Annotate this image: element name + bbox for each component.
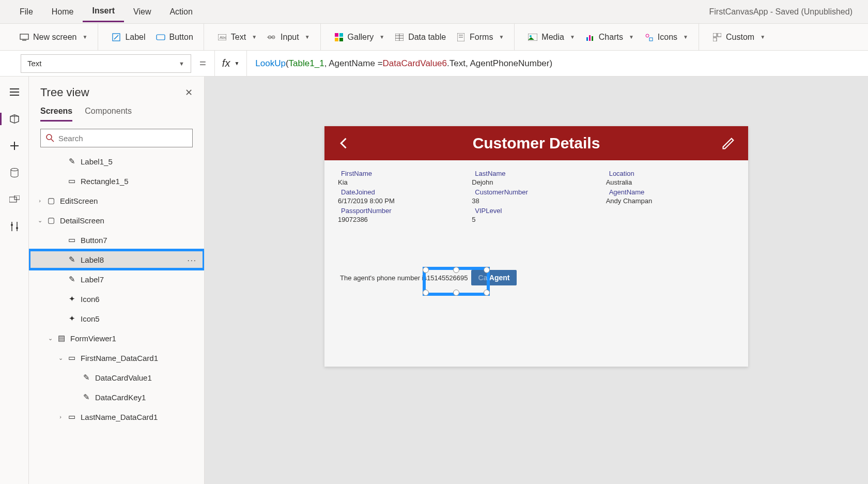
gallery-dropdown[interactable]: Gallery ▼ (329, 29, 390, 45)
call-agent-button[interactable]: Ca Agent (471, 270, 517, 285)
tree-node-detailscreen[interactable]: ⌄▢DetailScreen (29, 210, 204, 230)
input-dropdown[interactable]: Input ▼ (262, 29, 315, 45)
tree-node-lastname-datacard[interactable]: ›▭LastName_DataCard1 (29, 407, 204, 427)
svg-point-43 (16, 227, 18, 229)
tab-components[interactable]: Components (85, 107, 132, 122)
formula-input[interactable]: LookUp(Table1_1, AgentName = DataCardVal… (247, 51, 868, 76)
custom-icon (712, 33, 722, 42)
menu-action[interactable]: Action (160, 2, 202, 22)
app-screen-preview[interactable]: Customer Details FirstNameKia LastNameDe… (324, 126, 748, 367)
tree-node-formviewer1[interactable]: ⌄▤FormViewer1 (29, 328, 204, 348)
tree-node-datacardvalue1[interactable]: ✎DataCardValue1 (29, 368, 204, 387)
tree-node-label8[interactable]: ✎Label8··· (29, 250, 204, 269)
chevron-down-icon: ▼ (760, 34, 765, 40)
datatable-button[interactable]: Data table (390, 29, 451, 45)
field-agentname: AgentNameAndy Champan (606, 188, 735, 205)
svg-rect-3 (157, 35, 165, 40)
canvas-area[interactable]: Customer Details FirstNameKia LastNameDe… (205, 77, 868, 484)
custom-dropdown[interactable]: Custom ▼ (707, 29, 770, 45)
field-firstname: FirstNameKia (338, 170, 467, 186)
screen-icon: ▢ (47, 216, 56, 225)
hamburger-icon[interactable] (8, 86, 21, 98)
form-viewer: FirstNameKia LastNameDejohn LocationAust… (324, 160, 748, 233)
media-dropdown[interactable]: Media ▼ (523, 29, 580, 45)
custom-label: Custom (726, 33, 754, 42)
field-lastname: LastNameDejohn (472, 170, 600, 186)
tree-node-label: Icon6 (81, 295, 100, 304)
label-button[interactable]: Label (106, 29, 150, 45)
svg-rect-39 (14, 195, 20, 200)
formula-bar: Text ▼ = fx ▼ LookUp(Table1_1, AgentName… (0, 51, 868, 77)
icons-label: Icons (658, 33, 677, 42)
tree-node-editscreen[interactable]: ›▢EditScreen (29, 191, 204, 210)
button-button[interactable]: Button (151, 29, 198, 45)
svg-rect-22 (586, 37, 588, 41)
tree-node-icon6[interactable]: ✦Icon6 (29, 289, 204, 309)
field-value: 6/17/2019 8:00 PM (338, 197, 467, 205)
gallery-icon (334, 33, 344, 42)
icons-icon (644, 33, 654, 42)
tree-title: Tree view (40, 86, 89, 99)
charts-dropdown[interactable]: Charts ▼ (580, 29, 639, 45)
ribbon-toolbar: New screen ▼ Label Button Abc Text ▼ Inp… (0, 24, 868, 51)
tree-node-label: DataCardValue1 (95, 373, 152, 382)
new-screen-button[interactable]: New screen ▼ (14, 29, 92, 45)
chevron-right-icon: › (36, 198, 43, 204)
text-icon: Abc (218, 33, 227, 42)
advanced-tools-icon[interactable] (8, 220, 21, 233)
forms-label: Forms (470, 33, 493, 42)
add-icon[interactable] (8, 140, 21, 152)
label-icon: ✎ (82, 392, 91, 402)
field-label: LastName (472, 170, 600, 177)
agent-phone-row: The agent's phone number is 15145526695 … (340, 270, 517, 285)
search-box[interactable] (40, 129, 193, 147)
text-dropdown[interactable]: Abc Text ▼ (212, 29, 262, 45)
tree-node-rectangle1-5[interactable]: ▭Rectangle1_5 (29, 171, 204, 191)
tree-node-label: DataCardKey1 (95, 393, 146, 402)
tree-node-label7[interactable]: ✎Label7 (29, 269, 204, 289)
resize-handle[interactable] (453, 267, 459, 273)
svg-point-25 (646, 34, 649, 37)
input-label: Input (281, 33, 299, 42)
tree-scroll[interactable]: ✎Label1_5 ▭Rectangle1_5 ›▢EditScreen ⌄▢D… (29, 152, 204, 484)
tree-node-firstname-datacard[interactable]: ⌄▭FirstName_DataCard1 (29, 348, 204, 368)
fx-button[interactable]: fx ▼ (214, 51, 247, 76)
tree-node-label: Button7 (81, 236, 107, 245)
tree-node-label1-5[interactable]: ✎Label1_5 (29, 152, 204, 171)
menu-insert[interactable]: Insert (83, 1, 124, 22)
back-icon[interactable] (337, 136, 351, 150)
resize-handle[interactable] (453, 290, 459, 296)
menu-file[interactable]: File (10, 2, 42, 22)
label-icon (112, 33, 121, 42)
resize-handle[interactable] (423, 290, 429, 296)
menu-view[interactable]: View (124, 2, 160, 22)
tree-node-button7[interactable]: ▭Button7 (29, 230, 204, 250)
tree-node-label: Label1_5 (81, 157, 113, 166)
label8-control[interactable]: 15145526695 (427, 273, 468, 282)
svg-rect-24 (592, 36, 593, 41)
media-panel-icon[interactable] (8, 193, 21, 206)
tree-node-label: LastName_DataCard1 (81, 413, 158, 421)
screen-header: Customer Details (324, 126, 748, 160)
svg-rect-12 (339, 38, 343, 41)
new-screen-label: New screen (33, 33, 76, 42)
data-icon[interactable] (8, 167, 21, 179)
resize-handle[interactable] (484, 290, 490, 296)
tree-view-icon[interactable] (8, 113, 21, 125)
resize-handle[interactable] (423, 267, 429, 273)
close-icon[interactable]: ✕ (185, 87, 193, 98)
more-icon[interactable]: ··· (187, 255, 197, 264)
tree-node-icon5[interactable]: ✦Icon5 (29, 309, 204, 328)
chevron-down-icon: ▼ (683, 34, 688, 40)
property-selector[interactable]: Text ▼ (21, 54, 191, 73)
field-label: Location (606, 170, 735, 177)
search-input[interactable] (58, 134, 187, 143)
pencil-icon[interactable] (721, 136, 736, 150)
menu-home[interactable]: Home (42, 2, 83, 22)
tree-node-datacardkey1[interactable]: ✎DataCardKey1 (29, 387, 204, 407)
chevron-down-icon: ▼ (252, 34, 257, 40)
forms-dropdown[interactable]: Forms ▼ (451, 29, 509, 45)
svg-point-42 (11, 224, 13, 226)
tab-screens[interactable]: Screens (40, 107, 72, 122)
icons-dropdown[interactable]: Icons ▼ (639, 29, 693, 45)
